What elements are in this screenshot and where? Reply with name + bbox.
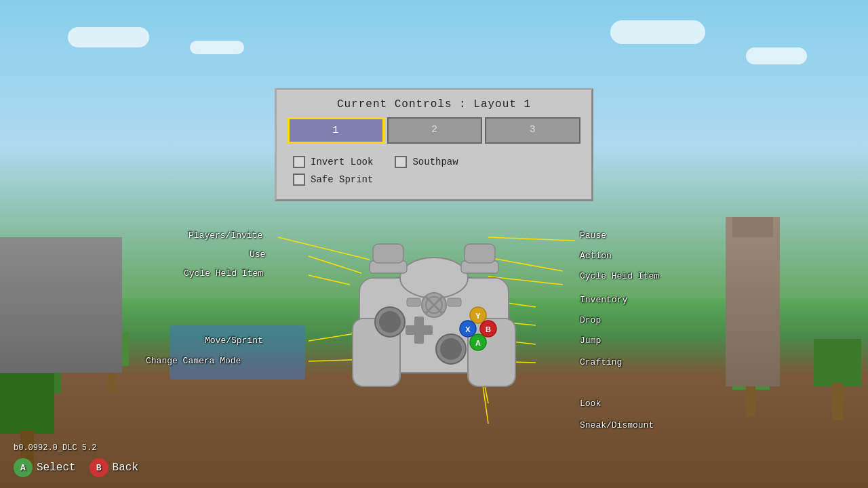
b-button-circle: B bbox=[90, 458, 108, 477]
southpaw-box[interactable] bbox=[395, 156, 407, 168]
label-players-invite: Players/Invite bbox=[189, 230, 262, 241]
controls-dialog: Current Controls : Layout 1 1 2 3 Invert… bbox=[275, 88, 593, 201]
tab-2[interactable]: 2 bbox=[387, 117, 483, 144]
tower-right bbox=[726, 217, 780, 386]
cloud bbox=[190, 41, 244, 54]
label-use: Use bbox=[250, 249, 265, 260]
checkbox-row-2: Safe Sprint bbox=[293, 174, 575, 186]
label-cycle-held-item-left: Cycle Held Item bbox=[184, 268, 263, 279]
safe-sprint-label: Safe Sprint bbox=[311, 174, 373, 185]
label-pause: Pause bbox=[580, 230, 606, 241]
dialog-title: Current Controls : Layout 1 bbox=[288, 98, 580, 110]
wall-left bbox=[0, 237, 122, 373]
svg-rect-30 bbox=[407, 298, 420, 306]
label-cycle-held-item-right: Cycle Held Item bbox=[580, 271, 659, 281]
checkboxes-section: Invert Look Southpaw Safe Sprint bbox=[288, 153, 580, 188]
safe-sprint-checkbox[interactable]: Safe Sprint bbox=[293, 174, 373, 186]
label-inventory: Inventory bbox=[580, 295, 627, 305]
controller-svg: Y X B A bbox=[319, 224, 549, 420]
cloud bbox=[68, 27, 149, 47]
invert-look-label: Invert Look bbox=[311, 157, 373, 167]
invert-look-checkbox[interactable]: Invert Look bbox=[293, 156, 373, 168]
invert-look-box[interactable] bbox=[293, 156, 305, 168]
back-button-indicator: B Back bbox=[90, 458, 138, 477]
label-crafting: Crafting bbox=[580, 357, 622, 367]
label-look: Look bbox=[580, 399, 601, 409]
svg-rect-21 bbox=[465, 244, 495, 263]
svg-text:X: X bbox=[465, 325, 471, 333]
southpaw-label: Southpaw bbox=[412, 157, 458, 167]
svg-point-23 bbox=[379, 311, 401, 333]
tab-1[interactable]: 1 bbox=[288, 117, 384, 144]
a-button-circle: A bbox=[14, 458, 33, 477]
label-drop: Drop bbox=[580, 315, 601, 325]
cloud bbox=[746, 47, 807, 64]
tab-3[interactable]: 3 bbox=[485, 117, 580, 144]
back-label: Back bbox=[113, 462, 138, 474]
svg-text:B: B bbox=[486, 325, 491, 333]
bottom-bar: A Select B Back bbox=[14, 458, 138, 477]
label-action: Action bbox=[580, 251, 612, 261]
select-button-indicator: A Select bbox=[14, 458, 76, 477]
label-sneak-dismount: Sneak/Dismount bbox=[580, 420, 654, 430]
version-text: b0.0992.0_DLC 5.2 bbox=[14, 443, 96, 453]
southpaw-checkbox[interactable]: Southpaw bbox=[395, 156, 458, 168]
label-move-sprint: Move/Sprint bbox=[205, 336, 263, 346]
svg-rect-31 bbox=[448, 298, 461, 306]
safe-sprint-box[interactable] bbox=[293, 174, 305, 186]
checkbox-row-1: Invert Look Southpaw bbox=[293, 156, 575, 168]
select-label: Select bbox=[37, 462, 76, 474]
label-change-camera-mode: Change Camera Mode bbox=[146, 356, 241, 366]
svg-rect-20 bbox=[373, 244, 403, 263]
svg-rect-33 bbox=[414, 317, 424, 344]
svg-text:A: A bbox=[475, 339, 481, 347]
layout-tabs: 1 2 3 bbox=[288, 117, 580, 144]
svg-point-25 bbox=[440, 338, 462, 360]
cloud bbox=[610, 20, 705, 44]
river bbox=[170, 325, 305, 380]
label-jump: Jump bbox=[580, 336, 601, 346]
controller-container: Y X B A bbox=[319, 224, 549, 424]
svg-text:Y: Y bbox=[475, 312, 481, 320]
